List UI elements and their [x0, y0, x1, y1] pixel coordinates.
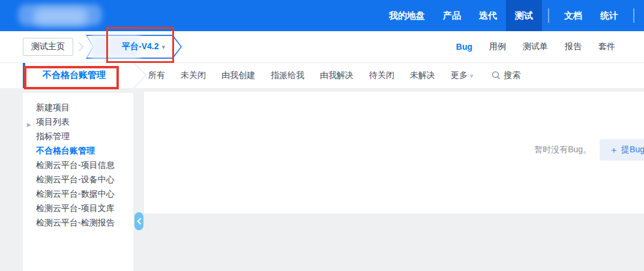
nav-item-my-dashboard[interactable]: 我的地盘 [380, 0, 434, 31]
tab-suite[interactable]: 套件 [598, 41, 615, 52]
sidebar-item-device-center[interactable]: 检测云平台-设备中心 [36, 173, 115, 186]
nav-divider [633, 8, 634, 23]
expand-triangle-icon[interactable]: ▶ [27, 119, 31, 131]
search-icon [492, 71, 501, 80]
search-label: 搜索 [504, 70, 521, 81]
open-document-tab[interactable]: 不合格台账管理 × [23, 62, 134, 88]
project-version-label: 平台-V4.2 [122, 41, 158, 52]
chevron-left-icon [137, 218, 143, 224]
filter-unresolved[interactable]: 未解决 [410, 70, 435, 81]
sidebar-item-nonconforming-ledger[interactable]: 不合格台账管理 [36, 144, 115, 157]
sidebar-collapse-handle[interactable] [134, 212, 143, 230]
nav-item-product[interactable]: 产品 [434, 0, 470, 31]
bug-filter-tabs: 所有 未关闭 由我创建 指派给我 由我解决 待关闭 未解决 更多▾ 搜索 [148, 62, 521, 88]
nav-divider [548, 8, 549, 23]
tab-testtask[interactable]: 测试单 [523, 41, 548, 52]
top-nav-menu: 我的地盘 产品 迭代 测试 文档 统计 [380, 0, 640, 31]
create-bug-button[interactable]: ＋ 提Bug [600, 139, 644, 161]
sidebar-item-new-project[interactable]: 新建项目 [36, 101, 115, 114]
nav-item-stats[interactable]: 统计 [591, 0, 627, 31]
nav-item-test[interactable]: 测试 [506, 0, 542, 31]
tab-case[interactable]: 用例 [489, 41, 506, 52]
document-tab-label: 不合格台账管理 [23, 70, 125, 81]
breadcrumb-row: 测试主页 平台-V4.2 ▾ Bug 用例 测试单 报告 套件 [0, 31, 644, 63]
tab-arrow-edge [121, 62, 147, 89]
empty-state: 暂时没有Bug。 ＋ 提Bug [534, 139, 644, 161]
logo-blur-highlight [34, 8, 88, 26]
sidebar-item-project-list[interactable]: ▶项目列表 [36, 116, 115, 128]
breadcrumb-test-home[interactable]: 测试主页 [23, 38, 73, 56]
sidebar-menu: 新建项目 ▶项目列表 指标管理 不合格台账管理 检测云平台-项目信息 检测云平台… [23, 93, 133, 229]
filter-assigned-to-me[interactable]: 指派给我 [271, 70, 304, 81]
top-navigation-bar: 我的地盘 产品 迭代 测试 文档 统计 [0, 0, 644, 31]
breadcrumb-chevron-icon [75, 43, 83, 51]
sidebar-item-project-library[interactable]: 检测云平台-项目文库 [36, 202, 115, 215]
filter-to-close[interactable]: 待关闭 [369, 70, 394, 81]
filter-row: 不合格台账管理 × 所有 未关闭 由我创建 指派给我 由我解决 待关闭 未解决 … [0, 62, 644, 88]
breadcrumb-project-selector[interactable]: 平台-V4.2 ▾ [86, 35, 182, 59]
nav-item-doc[interactable]: 文档 [555, 0, 591, 31]
project-sidebar: 新建项目 ▶项目列表 指标管理 不合格台账管理 检测云平台-项目信息 检测云平台… [23, 93, 133, 271]
bug-list-panel: 暂时没有Bug。 ＋ 提Bug [144, 92, 644, 213]
filter-more-dropdown[interactable]: 更多▾ [451, 70, 474, 81]
filter-resolved-by-me[interactable]: 由我解决 [320, 70, 354, 81]
search-toggle[interactable]: 搜索 [492, 70, 521, 81]
sidebar-item-project-info[interactable]: 检测云平台-项目信息 [36, 159, 115, 171]
tab-report[interactable]: 报告 [565, 41, 582, 52]
app-logo-blurred [17, 3, 108, 29]
chevron-down-icon: ▾ [470, 72, 474, 79]
filter-opened-by-me[interactable]: 由我创建 [221, 70, 255, 81]
sidebar-item-indicator-management[interactable]: 指标管理 [36, 130, 115, 143]
sidebar-item-data-center[interactable]: 检测云平台-数据中心 [36, 188, 115, 200]
empty-message: 暂时没有Bug。 [534, 144, 591, 155]
sidebar-item-clipped[interactable]: 检测云平台-检测报告 [36, 216, 115, 229]
filter-unclosed[interactable]: 未关闭 [181, 70, 206, 81]
plus-icon: ＋ [609, 144, 618, 156]
filter-all[interactable]: 所有 [148, 70, 165, 81]
breadcrumb: 测试主页 平台-V4.2 ▾ [23, 31, 182, 62]
chevron-down-icon: ▾ [161, 43, 165, 51]
module-tabs: Bug 用例 测试单 报告 套件 [456, 31, 615, 62]
tab-bug[interactable]: Bug [456, 42, 472, 52]
nav-item-iteration[interactable]: 迭代 [470, 0, 506, 31]
